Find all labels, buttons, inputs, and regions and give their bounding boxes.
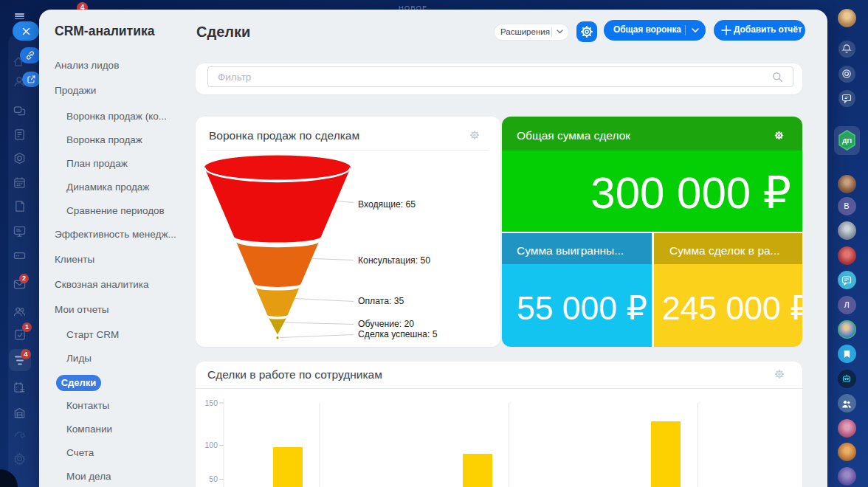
svg-text:Оплата: 35: Оплата: 35: [358, 296, 404, 306]
svg-text:ДП: ДП: [842, 137, 852, 145]
svg-text:150: 150: [204, 398, 218, 407]
svg-text:100: 100: [204, 441, 218, 449]
svg-text:Сделка успешна: 5: Сделка успешна: 5: [358, 329, 438, 339]
svg-text:Входящие: 65: Входящие: 65: [358, 199, 416, 210]
svg-text:50: 50: [209, 474, 218, 483]
svg-text:Обучение: 20: Обучение: 20: [358, 319, 414, 329]
svg-text:Консультация: 50: Консультация: 50: [358, 255, 430, 266]
